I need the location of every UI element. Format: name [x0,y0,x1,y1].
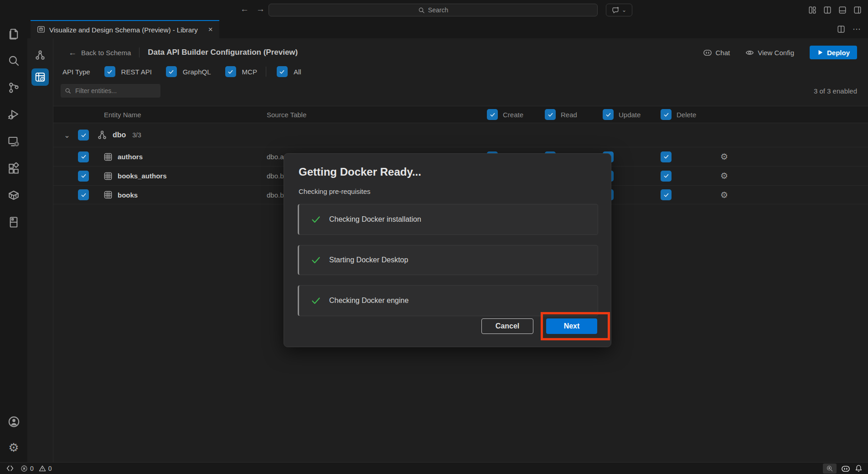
split-editor-icon[interactable] [823,6,832,14]
more-actions-icon[interactable]: ⋯ [852,24,861,34]
mcp-checkbox[interactable] [225,66,236,77]
nav-back-icon[interactable]: ← [240,4,249,14]
chat-sparkle-icon [612,6,620,14]
success-check-icon [311,214,321,224]
chat-label: Chat [716,49,730,57]
all-label: All [294,68,301,76]
account-icon[interactable] [6,414,21,429]
view-config-label: View Config [758,49,794,57]
delete-checkbox[interactable] [661,171,672,182]
group-checkbox[interactable] [78,130,89,141]
dialog-title: Getting Docker Ready... [299,166,421,178]
entity-settings-gear-icon[interactable]: ⚙ [720,190,728,200]
success-check-icon [311,296,321,306]
entity-name: books [118,191,138,199]
copilot-chat-button[interactable]: ⌄ [606,4,632,16]
search-label: Search [428,6,448,14]
docker-container-icon[interactable] [6,188,21,203]
customize-layout-icon[interactable] [808,6,816,14]
row-checkbox[interactable] [78,151,89,162]
source-control-icon[interactable] [6,80,21,95]
nav-forward-icon[interactable]: → [256,4,265,14]
entity-name: authors [118,153,143,161]
command-center-search[interactable]: Search [269,4,598,16]
schema-group-row[interactable]: ⌄ dbo 3/3 [53,123,868,147]
deploy-button[interactable]: Deploy [810,46,857,59]
tab-visualize-design-schema[interactable]: Visualize and Design Schema (Preview) - … [31,20,219,38]
api-config-icon[interactable] [31,68,49,86]
collapse-chevron-icon[interactable]: ⌄ [62,131,72,140]
rest-api-label: REST API [121,68,152,76]
group-count: 3/3 [132,131,141,139]
view-config-button[interactable]: View Config [745,48,794,57]
schema-icon [97,130,107,140]
remote-indicator-icon[interactable] [6,465,14,472]
tab-close-icon[interactable]: × [208,25,213,34]
problems-indicator[interactable]: 0 0 [21,465,52,472]
status-bar: 0 0 [0,462,868,474]
step-card: Checking Docker installation [298,204,598,235]
create-all-checkbox[interactable] [487,109,498,120]
divider [139,47,140,57]
update-all-checkbox[interactable] [603,109,614,120]
designer-rail [27,38,53,462]
entity-settings-gear-icon[interactable]: ⚙ [720,171,728,181]
error-count: 0 [30,465,34,472]
step-text: Checking Docker engine [329,297,408,305]
filter-search-icon [65,88,71,94]
entity-name: books_authors [118,172,167,180]
back-to-schema-link[interactable]: ← Back to Schema [68,48,131,57]
back-link-label: Back to Schema [81,49,131,57]
chat-button[interactable]: Chat [703,48,730,57]
delete-checkbox[interactable] [661,151,672,162]
all-checkbox[interactable] [277,66,288,77]
database-project-icon[interactable] [6,215,21,229]
table-icon [103,190,113,199]
notifications-bell-icon[interactable] [855,464,863,472]
dialog-subtitle: Checking pre-requisites [299,188,371,195]
extensions-icon[interactable] [6,161,21,176]
settings-gear-icon[interactable]: ⚙ [6,440,21,455]
update-header: Update [619,111,641,119]
run-debug-icon[interactable] [6,107,21,122]
search-icon[interactable] [6,53,21,68]
success-check-icon [311,255,321,265]
group-name: dbo [113,131,126,139]
row-checkbox[interactable] [78,189,89,200]
step-card: Checking Docker engine [298,285,598,316]
error-icon [21,465,28,472]
delete-all-checkbox[interactable] [661,109,672,120]
remote-explorer-icon[interactable] [6,134,21,149]
deploy-label: Deploy [827,49,850,57]
schema-visualize-icon[interactable] [31,47,49,64]
split-editor-icon[interactable] [837,25,845,33]
delete-checkbox[interactable] [661,189,672,200]
copilot-status-icon[interactable] [841,464,850,473]
entity-name-header: Entity Name [53,111,264,119]
explorer-icon[interactable] [6,26,21,41]
title-bar: ← → Search ⌄ [0,0,868,20]
graphql-checkbox[interactable] [166,66,177,77]
entity-settings-gear-icon[interactable]: ⚙ [720,152,728,161]
schema-designer-icon [37,26,45,34]
toggle-panel-icon[interactable] [838,6,847,14]
step-text: Starting Docker Desktop [329,256,408,264]
warning-icon [39,465,46,472]
api-option-graphql: GraphQL [166,66,211,77]
search-icon [418,7,425,14]
rest-api-checkbox[interactable] [104,66,115,77]
read-header: Read [561,111,577,119]
api-type-label: API Type [62,68,90,76]
read-all-checkbox[interactable] [545,109,556,120]
tab-strip: Visualize and Design Schema (Preview) - … [27,20,868,38]
api-option-rest: REST API [104,66,152,77]
filter-entities-input[interactable] [61,84,160,98]
activity-bar: ⚙ [0,20,27,462]
zoom-status-icon[interactable] [823,464,837,474]
row-checkbox[interactable] [78,171,89,182]
mcp-label: MCP [242,68,257,76]
eye-icon [745,48,754,57]
step-card: Starting Docker Desktop [298,245,598,275]
cancel-button[interactable]: Cancel [481,318,533,334]
toggle-secondary-sidebar-icon[interactable] [853,6,862,14]
